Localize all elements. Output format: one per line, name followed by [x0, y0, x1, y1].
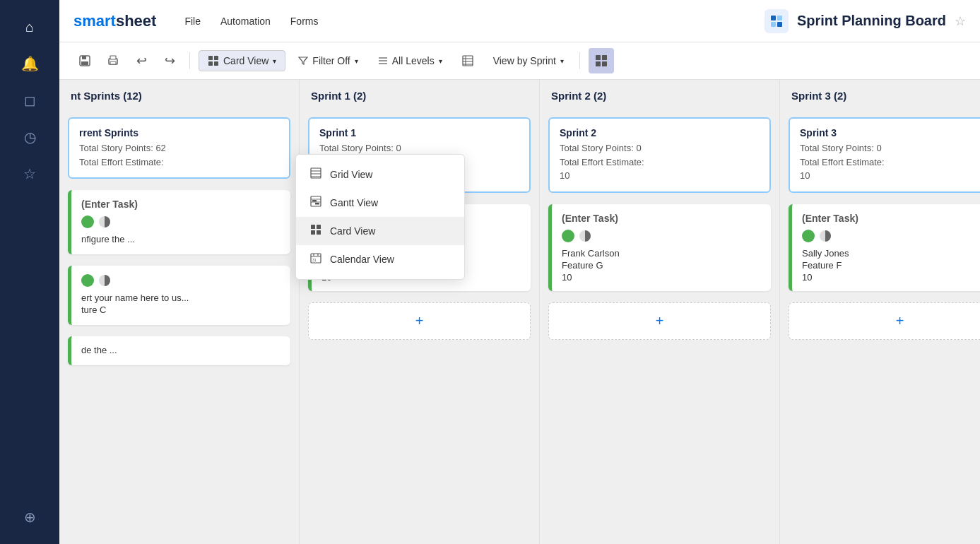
add-task-1[interactable]: + — [308, 302, 531, 340]
gantt-view-icon — [310, 196, 321, 210]
task-points-3-0: 10 — [802, 272, 980, 283]
board-area: nt Sprints (12) rrent Sprints Total Stor… — [59, 80, 980, 544]
task-title-0-0: (Enter Task) — [81, 199, 281, 210]
card-view-chevron: ▾ — [273, 57, 276, 65]
card-view-menu-label: Card View — [330, 225, 375, 237]
filter-label: Filter Off — [312, 55, 350, 66]
undo-button[interactable]: ↩ — [130, 49, 153, 72]
svg-rect-25 — [602, 61, 607, 66]
sprint-view-chevron: ▾ — [560, 57, 564, 65]
svg-rect-38 — [312, 200, 317, 202]
logo-sheet: sheet — [116, 12, 156, 30]
filter-chevron: ▾ — [355, 57, 358, 65]
task-text-0-2: de the ... — [81, 345, 281, 355]
svg-rect-12 — [208, 61, 213, 66]
sidebar-icon-bell[interactable]: 🔔 — [14, 48, 45, 79]
status-green-3-0 — [802, 230, 815, 242]
add-task-2[interactable]: + — [548, 302, 771, 340]
redo-button[interactable]: ↪ — [158, 49, 181, 72]
svg-rect-22 — [596, 55, 601, 60]
logo-smart: smart — [73, 12, 116, 30]
svg-rect-39 — [315, 203, 319, 205]
add-task-icon-1: + — [415, 313, 424, 329]
sprint-detail-2: Total Story Points: 0 Total Effort Estim… — [560, 141, 760, 183]
task-icons-3-0 — [802, 230, 980, 242]
sprint-view-label: View by Sprint — [493, 55, 556, 66]
task-card-3-0: (Enter Task) Sally Jones Feature F 10 — [789, 204, 980, 291]
table-view-btn[interactable] — [455, 51, 480, 71]
status-green-0-0 — [81, 215, 94, 228]
task-card-0-2: de the ... — [68, 336, 290, 365]
add-task-icon-2: + — [656, 313, 664, 329]
card-view-label: Card View — [223, 55, 268, 66]
toolbar: ↩ ↪ Card View ▾ Filter Off ▾ — [59, 42, 980, 80]
svg-rect-43 — [317, 230, 321, 235]
levels-dropdown[interactable]: All Levels ▾ — [371, 51, 449, 71]
grid-view-icon — [310, 167, 321, 182]
svg-rect-40 — [311, 225, 315, 229]
dropdown-card-view[interactable]: Card View — [296, 217, 464, 245]
svg-rect-5 — [82, 56, 86, 59]
sidebar-icon-browse[interactable]: ◻ — [14, 85, 45, 116]
columns-container: nt Sprints (12) rrent Sprints Total Stor… — [59, 80, 980, 544]
column-current-sprints: nt Sprints (12) rrent Sprints Total Stor… — [59, 80, 300, 544]
sprint-name-0: rrent Sprints — [79, 127, 279, 138]
task-card-0-0: (Enter Task) nfigure the ... — [68, 190, 290, 254]
task-title-2-0: (Enter Task) — [562, 213, 761, 224]
add-task-3[interactable]: + — [789, 302, 980, 340]
calendar-view-icon: 31 — [310, 252, 321, 266]
card-view-dropdown[interactable]: Card View ▾ — [199, 50, 285, 71]
svg-rect-10 — [208, 56, 213, 60]
dropdown-grid-view[interactable]: Grid View — [296, 160, 464, 189]
task-assignee-0-0: nfigure the ... — [81, 234, 281, 244]
gantt-view-label: Gantt View — [330, 197, 378, 208]
task-card-0-1: ert your name here to us... ture C — [68, 266, 290, 325]
add-task-icon-3: + — [896, 313, 904, 329]
status-pie-3-0 — [819, 230, 832, 242]
menu-forms[interactable]: Forms — [290, 13, 319, 30]
sprint-name-1: Sprint 1 — [319, 127, 519, 138]
column-sprint3: Sprint 3 (2) Sprint 3 Total Story Points… — [780, 80, 980, 544]
sidebar-icon-home[interactable]: ⌂ — [14, 11, 45, 42]
task-feature-2-0: Feature G — [562, 260, 761, 271]
sprint-name-3: Sprint 3 — [800, 127, 980, 138]
board-title: Sprint Planning Board — [797, 13, 946, 29]
save-button[interactable] — [73, 49, 96, 72]
svg-rect-1 — [777, 16, 782, 20]
star-icon[interactable]: ☆ — [955, 13, 966, 29]
svg-rect-3 — [777, 22, 782, 27]
sidebar-icon-add[interactable]: ⊕ — [14, 502, 45, 533]
sprint-view-dropdown[interactable]: View by Sprint ▾ — [486, 51, 571, 71]
topbar: smartsheet File Automation Forms Sprint … — [59, 0, 980, 42]
sprint-info-card-0: rrent Sprints Total Story Points: 62Tota… — [68, 117, 290, 179]
menu-file[interactable]: File — [184, 13, 201, 30]
svg-rect-24 — [596, 61, 601, 66]
task-assignee-2-0: Frank Carlson — [562, 248, 761, 259]
sidebar-icon-star[interactable]: ☆ — [14, 158, 45, 189]
task-icons-0-1 — [81, 274, 281, 287]
sidebar: ⌂ 🔔 ◻ ◷ ☆ ⊕ — [0, 0, 59, 544]
svg-rect-11 — [214, 56, 218, 60]
column-header-0: nt Sprints (12) — [59, 80, 299, 112]
view-dropdown-menu: Grid View Gantt View — [295, 154, 465, 280]
print-button[interactable] — [102, 49, 124, 72]
menu-automation[interactable]: Automation — [220, 13, 271, 30]
column-sprint1: Sprint 1 (2) Sprint 1 Total Story Points… — [300, 80, 540, 544]
svg-rect-13 — [214, 61, 218, 66]
task-title-3-0: (Enter Task) — [802, 213, 980, 224]
status-green-2-0 — [562, 230, 574, 242]
dropdown-gantt-view[interactable]: Gantt View — [296, 189, 464, 217]
column-header-3: Sprint 3 (2) — [780, 80, 980, 112]
dropdown-calendar-view[interactable]: 31 Calendar View — [296, 245, 464, 273]
svg-rect-23 — [602, 55, 607, 60]
svg-rect-41 — [317, 225, 321, 229]
filter-dropdown[interactable]: Filter Off ▾ — [291, 51, 365, 71]
levels-chevron: ▾ — [439, 57, 442, 65]
task-points-2-0: 10 — [562, 272, 761, 283]
grid-active-button[interactable] — [589, 48, 614, 73]
grid-view-label: Grid View — [330, 169, 372, 180]
toolbar-divider-2 — [579, 52, 580, 69]
levels-label: All Levels — [392, 55, 435, 66]
task-feature-0-1: ture C — [81, 304, 281, 315]
sidebar-icon-history[interactable]: ◷ — [14, 122, 45, 153]
